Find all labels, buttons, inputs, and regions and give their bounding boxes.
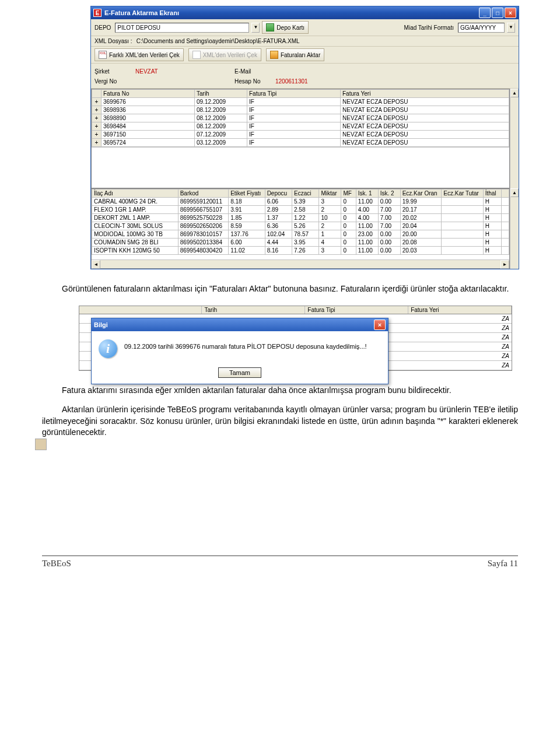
table-row[interactable]: MODIODAL 100MG 30 TB8699783010157137.761…	[92, 230, 509, 239]
invoice-vscroll[interactable]: ▲	[510, 89, 519, 188]
cell: 8699566755107	[178, 206, 228, 214]
cell: IF	[247, 98, 341, 106]
table-row[interactable]: +369889008.12.2009IFNEVZAT ECZA DEPOSU	[92, 114, 509, 122]
product-col-header[interactable]: İthal	[483, 190, 502, 198]
expand-icon[interactable]: +	[92, 98, 102, 106]
snippet-header: Tarih Fatura Tipi Fatura Yeri	[79, 306, 512, 314]
scroll-up-icon[interactable]: ▲	[510, 89, 519, 97]
cell: 1.37	[265, 214, 292, 222]
depo-input[interactable]	[115, 23, 249, 33]
cell: 3698936	[102, 106, 195, 114]
cell: 8699783010157	[178, 230, 228, 239]
product-col-header[interactable]: Isk. 1	[356, 190, 378, 198]
window-title: E-Fatura Aktarma Ekranı	[104, 9, 179, 16]
cell: 7.00	[378, 222, 400, 230]
scroll-right-icon[interactable]: ►	[501, 260, 509, 269]
cell: 09.12.2009	[195, 98, 247, 106]
expand-icon[interactable]: +	[92, 122, 102, 131]
cell: 08.12.2009	[195, 106, 247, 114]
invoice-col-header[interactable]: Fatura Yeri	[341, 90, 509, 98]
expand-icon[interactable]: +	[92, 106, 102, 114]
cell: 8699548030420	[178, 247, 228, 255]
dialog-message: 09.12.2009 tarihli 3699676 numaralı fatu…	[124, 339, 367, 350]
xmlden-button[interactable]: XML'den Verileri Çek	[188, 48, 261, 61]
cell: CABRAL 400MG 24 DR.	[92, 198, 178, 206]
expand-icon[interactable]: +	[92, 114, 102, 122]
minimize-button[interactable]: _	[479, 8, 491, 18]
dialog-close-button[interactable]: ×	[374, 320, 386, 330]
export-icon	[270, 51, 278, 59]
app-icon: E	[93, 9, 102, 17]
table-row[interactable]: CLEOCIN-T 30ML SOLUS86995026502068.596.3…	[92, 222, 509, 230]
miad-dropdown-icon[interactable]: ▼	[507, 23, 515, 33]
product-vscroll[interactable]: ▲	[510, 188, 519, 269]
expand-icon[interactable]: +	[92, 131, 102, 139]
sirket-label: Şirket	[94, 68, 130, 75]
product-col-header[interactable]: Ecz.Kar Oran	[400, 190, 442, 198]
product-col-header[interactable]: İlaç Adı	[92, 190, 178, 198]
invoice-col-header[interactable]: Fatura No	[102, 90, 195, 98]
table-row[interactable]: ISOPTIN KKH 120MG 50869954803042011.028.…	[92, 247, 509, 255]
cell: ISOPTIN KKH 120MG 50	[92, 247, 178, 255]
product-col-header[interactable]: Depocu	[265, 190, 292, 198]
depo-dropdown-icon[interactable]: ▼	[251, 23, 260, 33]
farkli-xml-button[interactable]: XML Farklı XML'den Verileri Çek	[94, 48, 184, 61]
scroll-up-icon[interactable]: ▲	[510, 188, 519, 197]
cell: FLEXO 1GR 1 AMP.	[92, 206, 178, 214]
product-col-header[interactable]: Barkod	[178, 190, 228, 198]
product-col-header[interactable]	[502, 190, 509, 198]
dialog-ok-button[interactable]: Tamam	[218, 367, 261, 378]
table-row[interactable]: +369848408.12.2009IFNEVZAT ECZA DEPOSU	[92, 122, 509, 131]
miad-input[interactable]	[458, 23, 505, 33]
invoice-col-header[interactable]: Fatura Tipi	[247, 90, 341, 98]
product-table[interactable]: İlaç AdıBarkodEtiket FiyatıDepocuEczaciM…	[91, 188, 510, 269]
depo-karti-label: Depo Kartı	[276, 24, 304, 31]
scroll-left-icon[interactable]: ◄	[92, 260, 100, 269]
depo-karti-button[interactable]: Depo Kartı	[262, 21, 309, 34]
product-col-header[interactable]: Etiket Fiyatı	[229, 190, 265, 198]
cell	[442, 230, 483, 239]
paragraph-3: Aktarılan ürünlerin içerisinde TeBEoS pr…	[42, 404, 518, 439]
footer-left: TeBEoS	[42, 559, 71, 569]
product-col-header[interactable]: Eczaci	[292, 190, 319, 198]
table-row[interactable]: DEKORT 2ML 1 AMP.86995257502281.851.371.…	[92, 214, 509, 222]
cell: H	[483, 247, 502, 255]
table-row[interactable]: FLEXO 1GR 1 AMP.86995667551073.912.892.5…	[92, 206, 509, 214]
toolbar-row-2: XML Dosyası : C:\Documents and Settings\…	[91, 36, 519, 47]
cell: 8699525750228	[178, 214, 228, 222]
product-col-header[interactable]: Isk. 2	[378, 190, 400, 198]
cell	[442, 198, 483, 206]
aktar-label: Faturaları Aktar	[281, 52, 320, 58]
paragraph-2: Fatura aktarımı sırasında eğer xmlden ak…	[42, 385, 518, 397]
cell: 3695724	[102, 139, 195, 147]
cell: 20.03	[400, 247, 442, 255]
table-row[interactable]: +369715007.12.2009IFNEVZAT ECZA DEPOSU	[92, 131, 509, 139]
table-row[interactable]: +369893608.12.2009IFNEVZAT ECZA DEPOSU	[92, 106, 509, 114]
product-col-header[interactable]: Miktar	[319, 190, 341, 198]
close-button[interactable]: ×	[505, 8, 516, 18]
cell	[502, 214, 509, 222]
cell: 3	[319, 247, 341, 255]
invoice-table[interactable]: Fatura NoTarihFatura TipiFatura Yeri +36…	[91, 89, 510, 188]
table-row[interactable]: +369572403.12.2009IFNEVZAT ECZA DEPOSU	[92, 139, 509, 147]
vergi-label: Vergi No	[94, 78, 130, 85]
xml-icon: XML	[99, 51, 107, 59]
expand-icon[interactable]: +	[92, 139, 102, 147]
depo-label: DEPO	[94, 24, 111, 31]
invoice-col-header[interactable]: Tarih	[195, 90, 247, 98]
cell: 20.17	[400, 206, 442, 214]
product-col-header[interactable]: Ecz.Kar Tutar	[442, 190, 483, 198]
product-col-header[interactable]: MF	[341, 190, 356, 198]
cell: 8699502650206	[178, 222, 228, 230]
faturalari-aktar-button[interactable]: Faturaları Aktar	[266, 48, 324, 61]
col-fatura-tipi: Fatura Tipi	[305, 306, 408, 314]
product-hscroll[interactable]: ◄ ►	[92, 259, 509, 268]
table-row[interactable]: +369967609.12.2009IFNEVZAT ECZA DEPOSU	[92, 98, 509, 106]
xml-path: C:\Documents and Settings\oaydemir\Deskt…	[136, 38, 300, 44]
cell	[442, 222, 483, 230]
maximize-button[interactable]: □	[492, 8, 503, 18]
table-row[interactable]: CABRAL 400MG 24 DR.86995591200118.186.06…	[92, 198, 509, 206]
cell: IF	[247, 139, 341, 147]
cell: 11.00	[356, 239, 378, 247]
table-row[interactable]: COUMADIN 5MG 28 BLI86995020133846.004.44…	[92, 239, 509, 247]
